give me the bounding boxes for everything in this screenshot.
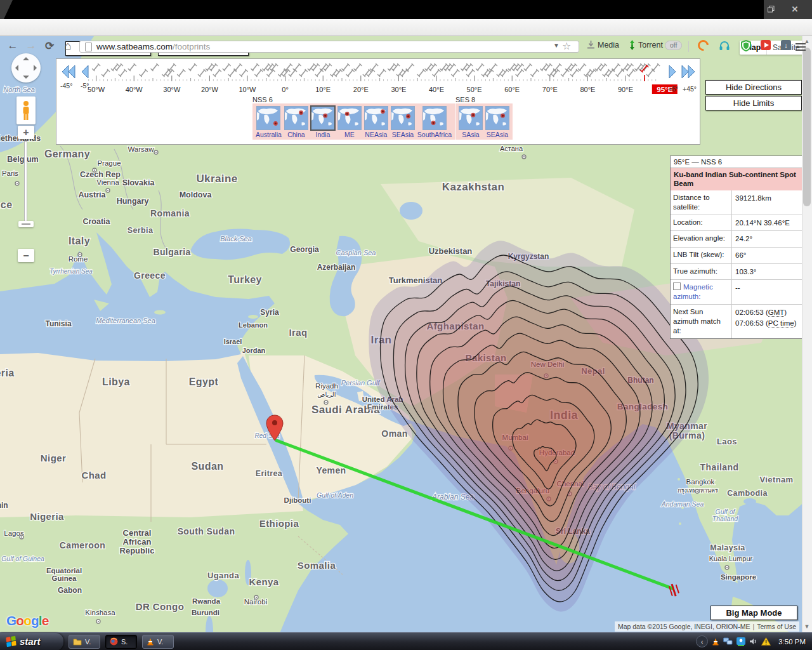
- ruler-satellite-icon[interactable]: [603, 69, 611, 77]
- ruler-satellite-icon[interactable]: [561, 69, 569, 77]
- ruler-satellite-icon[interactable]: [102, 69, 110, 77]
- beam-thumbnail-seasia[interactable]: SEAsia: [485, 106, 509, 138]
- ruler-satellite-icon[interactable]: [406, 63, 414, 71]
- ruler-satellite-icon[interactable]: [254, 69, 263, 77]
- taskbar-window-browser[interactable]: S.: [105, 635, 137, 649]
- beam-thumbnail-china[interactable]: China: [284, 106, 308, 138]
- scrollbar-thumb[interactable]: [803, 48, 811, 206]
- ruler-satellite-icon[interactable]: [354, 63, 362, 71]
- ruler-satellite-icon[interactable]: [111, 63, 119, 71]
- hide-limits-button[interactable]: Hide Limits: [705, 96, 802, 110]
- ruler-satellite-icon[interactable]: [599, 63, 607, 71]
- beam-thumbnail-seasia[interactable]: SEAsia: [391, 106, 415, 138]
- zoom-out-button[interactable]: −: [18, 249, 34, 262]
- extension-crescent-icon[interactable]: [698, 40, 709, 51]
- orbital-ruler[interactable]: 50°W40°W30°W20°W10°W0°10°E20°E30°E40°E50…: [56, 58, 700, 98]
- ruler-satellite-icon[interactable]: [627, 69, 635, 77]
- ruler-satellite-icon[interactable]: [293, 63, 301, 71]
- ruler-satellite-icon[interactable]: [308, 63, 316, 71]
- torrent-extension-button[interactable]: Torrent off: [628, 40, 682, 50]
- pan-right-icon[interactable]: [34, 65, 37, 71]
- ruler-satellite-icon[interactable]: [569, 63, 577, 71]
- ruler-back-5-button[interactable]: [80, 63, 90, 80]
- browser-tab[interactable]: [4, 0, 764, 19]
- ruler-satellite-icon[interactable]: [331, 69, 339, 77]
- pan-up-icon[interactable]: [23, 57, 29, 60]
- terms-of-use-link[interactable]: Terms of Use: [757, 623, 796, 630]
- ruler-fwd-45-button[interactable]: [681, 63, 695, 80]
- zoom-slider-track[interactable]: [24, 141, 27, 222]
- bookmark-star-icon[interactable]: ☆: [562, 40, 571, 52]
- tray-network-icon[interactable]: [723, 637, 733, 646]
- ruler-satellite-icon[interactable]: [485, 69, 494, 77]
- ruler-satellite-icon[interactable]: [497, 69, 505, 77]
- taskbar-window-folder[interactable]: V.: [69, 635, 100, 649]
- ruler-satellite-icon[interactable]: [240, 69, 248, 77]
- ruler-satellite-icon[interactable]: [315, 69, 324, 77]
- ruler-satellite-icon[interactable]: [188, 63, 197, 71]
- url-text[interactable]: www.satbeams.com/footprints: [96, 42, 210, 51]
- beam-thumbnail-me[interactable]: ME: [337, 106, 362, 138]
- ruler-satellite-icon[interactable]: [622, 63, 630, 71]
- ruler-satellite-icon[interactable]: [476, 63, 484, 71]
- beam-thumbnail-india[interactable]: India: [311, 106, 335, 138]
- back-button[interactable]: ←: [5, 39, 20, 52]
- browser-menu-icon[interactable]: [796, 41, 806, 53]
- ruler-satellite-icon[interactable]: [128, 63, 136, 71]
- reload-button[interactable]: ⟳: [42, 39, 57, 53]
- ruler-satellite-icon[interactable]: [341, 63, 350, 71]
- zoom-in-button[interactable]: +: [18, 126, 34, 139]
- ruler-satellite-icon[interactable]: [270, 63, 278, 71]
- ruler-satellite-icon[interactable]: [501, 69, 509, 77]
- ruler-satellite-icon[interactable]: [363, 69, 371, 77]
- ruler-satellite-icon[interactable]: [516, 69, 524, 77]
- ruler-satellite-icon[interactable]: [578, 63, 586, 71]
- beam-thumbnail-neasia[interactable]: NEAsia: [364, 106, 388, 138]
- extension-play-icon[interactable]: [761, 40, 772, 51]
- ruler-satellite-icon[interactable]: [251, 63, 259, 71]
- taskbar-window-vlc[interactable]: V.: [142, 635, 174, 649]
- ruler-satellite-icon[interactable]: [234, 63, 242, 71]
- ruler-satellite-icon[interactable]: [584, 69, 592, 77]
- ruler-satellite-icon[interactable]: [367, 69, 375, 77]
- ruler-satellite-icon[interactable]: [508, 63, 516, 71]
- ruler-satellite-icon[interactable]: [451, 69, 459, 77]
- ruler-satellite-icon[interactable]: [612, 63, 620, 71]
- ruler-fwd-5-button[interactable]: [667, 63, 678, 80]
- ruler-satellite-icon[interactable]: [206, 63, 214, 71]
- ruler-satellite-icon[interactable]: [311, 63, 320, 71]
- scrollbar-down-icon[interactable]: ▼: [803, 623, 811, 630]
- tray-vlc-cone-icon[interactable]: [712, 638, 719, 646]
- magnetic-azimuth-checkbox[interactable]: [673, 282, 681, 290]
- ruler-satellite-icon[interactable]: [377, 69, 386, 77]
- address-bar[interactable]: www.satbeams.com/footprints: [79, 41, 579, 53]
- ruler-satellite-icon[interactable]: [388, 63, 396, 71]
- beam-thumbnail-southafrica[interactable]: SouthAfrica: [417, 106, 452, 138]
- ruler-satellite-icon[interactable]: [177, 69, 185, 77]
- hide-directions-button[interactable]: Hide Directions: [705, 80, 802, 95]
- ruler-satellite-icon[interactable]: [570, 69, 579, 77]
- ruler-satellite-icon[interactable]: [209, 63, 218, 71]
- ruler-satellite-icon[interactable]: [565, 63, 573, 71]
- ruler-satellite-icon[interactable]: [115, 63, 123, 71]
- pan-down-icon[interactable]: [23, 76, 29, 79]
- media-extension-button[interactable]: Media: [586, 40, 619, 50]
- ruler-satellite-icon[interactable]: [544, 63, 552, 71]
- ruler-satellite-icon[interactable]: [396, 69, 405, 77]
- ruler-satellite-icon[interactable]: [425, 63, 433, 71]
- ruler-satellite-icon[interactable]: [447, 63, 455, 71]
- beam-thumbnail-australia[interactable]: Australia: [256, 106, 282, 138]
- tray-messenger-icon[interactable]: [737, 637, 745, 646]
- big-map-mode-button[interactable]: Big Map Mode: [710, 606, 797, 620]
- ruler-satellite-icon[interactable]: [530, 69, 539, 77]
- ruler-back-45-button[interactable]: [62, 63, 75, 80]
- home-button[interactable]: ⌂: [60, 39, 75, 53]
- ruler-satellite-icon[interactable]: [516, 63, 524, 71]
- ruler-satellite-icon[interactable]: [466, 69, 475, 77]
- ruler-satellite-icon[interactable]: [213, 69, 221, 77]
- pan-left-icon[interactable]: [15, 65, 18, 71]
- ruler-satellite-icon[interactable]: [429, 63, 437, 71]
- ruler-satellite-icon[interactable]: [370, 63, 378, 71]
- ruler-satellite-icon[interactable]: [334, 69, 343, 77]
- ruler-satellite-icon[interactable]: [346, 69, 355, 77]
